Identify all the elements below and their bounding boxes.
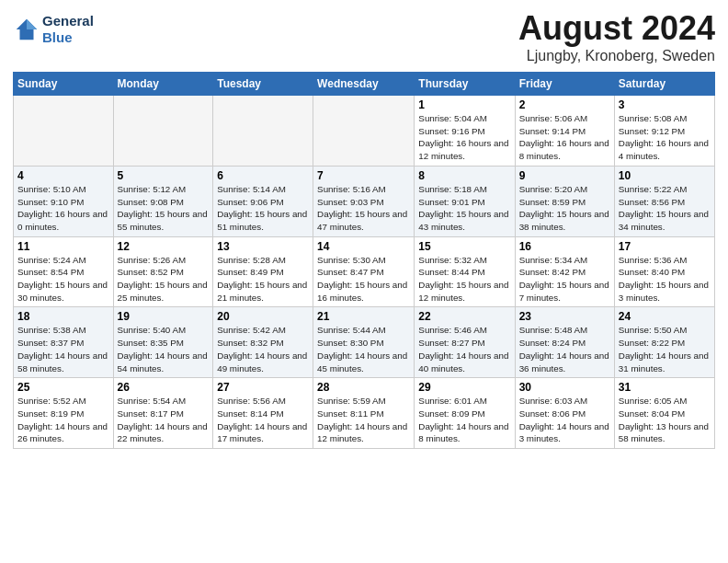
day-info: Sunrise: 5:46 AM Sunset: 8:27 PM Dayligh… [418, 324, 510, 374]
calendar-cell: 4Sunrise: 5:10 AM Sunset: 9:10 PM Daylig… [14, 166, 114, 236]
day-info: Sunrise: 5:54 AM Sunset: 8:17 PM Dayligh… [118, 395, 210, 445]
day-info: Sunrise: 5:04 AM Sunset: 9:16 PM Dayligh… [418, 112, 510, 163]
day-number: 21 [317, 310, 410, 323]
calendar-cell: 28Sunrise: 5:59 AM Sunset: 8:11 PM Dayli… [313, 378, 415, 449]
header-row: SundayMondayTuesdayWednesdayThursdayFrid… [14, 73, 715, 96]
day-number: 22 [418, 310, 510, 323]
day-number: 31 [619, 381, 711, 394]
day-info: Sunrise: 5:50 AM Sunset: 8:22 PM Dayligh… [619, 324, 711, 374]
calendar-cell: 12Sunrise: 5:26 AM Sunset: 8:52 PM Dayli… [113, 236, 213, 307]
calendar-cell: 3Sunrise: 5:08 AM Sunset: 9:12 PM Daylig… [614, 96, 714, 167]
day-info: Sunrise: 5:40 AM Sunset: 8:35 PM Dayligh… [118, 324, 210, 374]
calendar-cell: 30Sunrise: 6:03 AM Sunset: 8:06 PM Dayli… [515, 378, 614, 449]
day-number: 11 [17, 240, 109, 253]
day-info: Sunrise: 5:52 AM Sunset: 8:19 PM Dayligh… [17, 395, 109, 445]
day-number: 4 [17, 169, 109, 182]
day-of-week-header: Tuesday [213, 73, 313, 96]
title-block: August 2024 Ljungby, Kronoberg, Sweden [518, 9, 715, 64]
day-info: Sunrise: 5:28 AM Sunset: 8:49 PM Dayligh… [217, 254, 309, 304]
calendar-cell [213, 96, 313, 167]
calendar-cell: 18Sunrise: 5:38 AM Sunset: 8:37 PM Dayli… [14, 307, 114, 378]
day-number: 30 [519, 381, 610, 394]
day-number: 13 [217, 240, 309, 253]
calendar-cell [113, 96, 213, 167]
calendar-table: SundayMondayTuesdayWednesdayThursdayFrid… [13, 72, 715, 449]
day-of-week-header: Friday [515, 73, 614, 96]
day-info: Sunrise: 5:30 AM Sunset: 8:47 PM Dayligh… [317, 254, 410, 304]
day-info: Sunrise: 5:10 AM Sunset: 9:10 PM Dayligh… [17, 183, 109, 234]
day-info: Sunrise: 6:03 AM Sunset: 8:06 PM Dayligh… [519, 395, 610, 445]
calendar-cell: 14Sunrise: 5:30 AM Sunset: 8:47 PM Dayli… [313, 236, 415, 307]
calendar-week-row: 11Sunrise: 5:24 AM Sunset: 8:54 PM Dayli… [14, 236, 715, 307]
calendar-cell: 23Sunrise: 5:48 AM Sunset: 8:24 PM Dayli… [515, 307, 614, 378]
calendar-cell: 16Sunrise: 5:34 AM Sunset: 8:42 PM Dayli… [515, 236, 614, 307]
day-info: Sunrise: 5:06 AM Sunset: 9:14 PM Dayligh… [519, 112, 610, 163]
day-number: 26 [118, 381, 210, 394]
calendar-cell: 10Sunrise: 5:22 AM Sunset: 8:56 PM Dayli… [614, 166, 714, 236]
day-number: 24 [619, 310, 711, 323]
day-info: Sunrise: 5:56 AM Sunset: 8:14 PM Dayligh… [217, 395, 309, 445]
day-number: 10 [619, 169, 711, 182]
day-of-week-header: Sunday [14, 73, 114, 96]
calendar-cell: 25Sunrise: 5:52 AM Sunset: 8:19 PM Dayli… [14, 378, 114, 449]
day-number: 7 [317, 169, 410, 182]
calendar-cell: 8Sunrise: 5:18 AM Sunset: 9:01 PM Daylig… [415, 166, 515, 236]
calendar-cell: 24Sunrise: 5:50 AM Sunset: 8:22 PM Dayli… [614, 307, 714, 378]
day-info: Sunrise: 6:05 AM Sunset: 8:04 PM Dayligh… [619, 395, 711, 445]
calendar-cell: 26Sunrise: 5:54 AM Sunset: 8:17 PM Dayli… [113, 378, 213, 449]
day-number: 29 [418, 381, 510, 394]
day-of-week-header: Thursday [415, 73, 515, 96]
calendar-cell: 19Sunrise: 5:40 AM Sunset: 8:35 PM Dayli… [113, 307, 213, 378]
month-title: August 2024 [518, 9, 715, 48]
day-info: Sunrise: 5:26 AM Sunset: 8:52 PM Dayligh… [118, 254, 210, 304]
day-info: Sunrise: 5:14 AM Sunset: 9:06 PM Dayligh… [217, 183, 309, 234]
calendar-cell: 17Sunrise: 5:36 AM Sunset: 8:40 PM Dayli… [614, 236, 714, 307]
day-info: Sunrise: 5:24 AM Sunset: 8:54 PM Dayligh… [17, 254, 109, 304]
calendar-week-row: 1Sunrise: 5:04 AM Sunset: 9:16 PM Daylig… [14, 96, 715, 167]
day-info: Sunrise: 5:18 AM Sunset: 9:01 PM Dayligh… [418, 183, 510, 234]
day-number: 12 [118, 240, 210, 253]
day-number: 14 [317, 240, 410, 253]
day-number: 17 [619, 240, 711, 253]
calendar-cell: 20Sunrise: 5:42 AM Sunset: 8:32 PM Dayli… [213, 307, 313, 378]
day-info: Sunrise: 5:48 AM Sunset: 8:24 PM Dayligh… [519, 324, 610, 374]
day-info: Sunrise: 5:12 AM Sunset: 9:08 PM Dayligh… [118, 183, 210, 234]
calendar-cell: 29Sunrise: 6:01 AM Sunset: 8:09 PM Dayli… [415, 378, 515, 449]
calendar-cell: 22Sunrise: 5:46 AM Sunset: 8:27 PM Dayli… [415, 307, 515, 378]
day-number: 5 [118, 169, 210, 182]
day-number: 28 [317, 381, 410, 394]
day-number: 15 [418, 240, 510, 253]
day-number: 18 [17, 310, 109, 323]
calendar-week-row: 4Sunrise: 5:10 AM Sunset: 9:10 PM Daylig… [14, 166, 715, 236]
calendar-cell: 2Sunrise: 5:06 AM Sunset: 9:14 PM Daylig… [515, 96, 614, 167]
calendar-cell: 13Sunrise: 5:28 AM Sunset: 8:49 PM Dayli… [213, 236, 313, 307]
calendar-cell: 6Sunrise: 5:14 AM Sunset: 9:06 PM Daylig… [213, 166, 313, 236]
day-number: 9 [519, 169, 610, 182]
day-number: 2 [519, 98, 610, 111]
day-number: 6 [217, 169, 309, 182]
svg-marker-1 [27, 19, 37, 29]
day-of-week-header: Wednesday [313, 73, 415, 96]
calendar-cell: 15Sunrise: 5:32 AM Sunset: 8:44 PM Dayli… [415, 236, 515, 307]
day-info: Sunrise: 5:42 AM Sunset: 8:32 PM Dayligh… [217, 324, 309, 374]
day-info: Sunrise: 5:22 AM Sunset: 8:56 PM Dayligh… [619, 183, 711, 234]
calendar-cell [14, 96, 114, 167]
day-info: Sunrise: 5:20 AM Sunset: 8:59 PM Dayligh… [519, 183, 610, 234]
page: General Blue August 2024 Ljungby, Kronob… [0, 0, 728, 563]
day-info: Sunrise: 5:36 AM Sunset: 8:40 PM Dayligh… [619, 254, 711, 304]
calendar-cell: 31Sunrise: 6:05 AM Sunset: 8:04 PM Dayli… [614, 378, 714, 449]
calendar-cell [313, 96, 415, 167]
day-number: 23 [519, 310, 610, 323]
calendar-week-row: 18Sunrise: 5:38 AM Sunset: 8:37 PM Dayli… [14, 307, 715, 378]
day-number: 1 [418, 98, 510, 111]
calendar-cell: 27Sunrise: 5:56 AM Sunset: 8:14 PM Dayli… [213, 378, 313, 449]
day-info: Sunrise: 5:34 AM Sunset: 8:42 PM Dayligh… [519, 254, 610, 304]
day-number: 16 [519, 240, 610, 253]
header: General Blue August 2024 Ljungby, Kronob… [13, 9, 715, 64]
day-of-week-header: Saturday [614, 73, 714, 96]
day-info: Sunrise: 6:01 AM Sunset: 8:09 PM Dayligh… [418, 395, 510, 445]
day-number: 3 [619, 98, 711, 111]
day-info: Sunrise: 5:38 AM Sunset: 8:37 PM Dayligh… [17, 324, 109, 374]
day-number: 8 [418, 169, 510, 182]
day-info: Sunrise: 5:32 AM Sunset: 8:44 PM Dayligh… [418, 254, 510, 304]
